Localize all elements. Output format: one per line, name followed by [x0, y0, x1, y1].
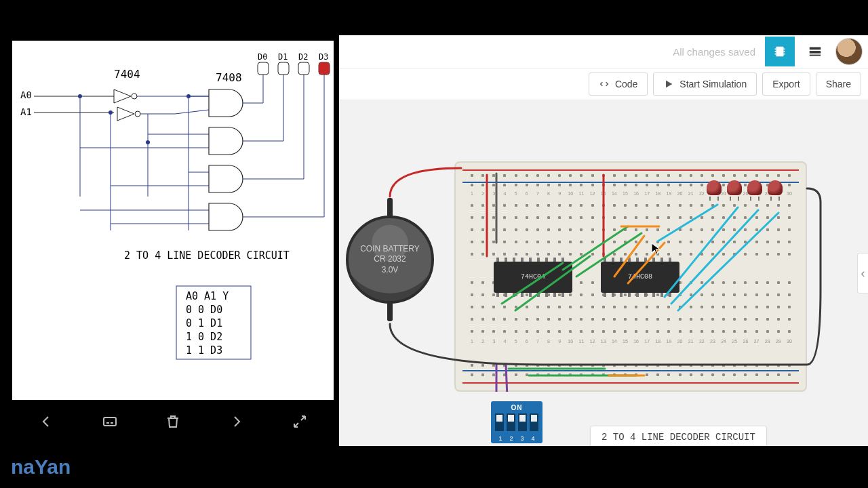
svg-rect-49 [104, 418, 116, 426]
label-7408: 7408 [216, 71, 242, 84]
app-frame: All changes saved Code Start Simulation … [339, 35, 868, 446]
svg-rect-40 [298, 62, 309, 75]
label-7404: 7404 [114, 68, 140, 81]
svg-line-19 [175, 110, 209, 114]
export-label: Export [772, 79, 800, 89]
led-d0[interactable] [707, 180, 722, 198]
coin-battery[interactable]: COIN BATTERY CR 2032 3.0V [346, 216, 434, 304]
svg-rect-41 [319, 62, 330, 75]
led-d2[interactable] [747, 180, 762, 198]
next-icon[interactable] [223, 408, 250, 435]
dip-on-label: ON [491, 404, 542, 411]
user-avatar[interactable] [835, 38, 863, 65]
schematic-diagram: 7404 7408 A0 A1 [12, 41, 334, 400]
svg-text:A0 A1  Y: A0 A1 Y [186, 290, 229, 302]
svg-text:0  1   D1: 0 1 D1 [186, 317, 222, 329]
svg-point-7 [135, 111, 140, 117]
design-canvas[interactable]: COIN BATTERY CR 2032 3.0V 123 [339, 100, 868, 446]
svg-point-13 [108, 110, 113, 115]
letterbox-top [0, 0, 868, 35]
battery-label-1: COIN BATTERY [360, 244, 420, 255]
svg-rect-50 [776, 47, 784, 57]
components-view-button[interactable] [765, 37, 795, 66]
start-simulation-button[interactable]: Start Simulation [653, 73, 757, 96]
svg-rect-59 [810, 55, 821, 56]
code-button[interactable]: Code [589, 73, 648, 96]
inverter-gate-1 [114, 89, 137, 103]
export-button[interactable]: Export [762, 73, 810, 96]
led-d1[interactable] [727, 180, 742, 198]
share-button[interactable]: Share [816, 73, 861, 96]
save-status: All changes saved [673, 46, 755, 58]
svg-rect-38 [258, 62, 269, 75]
battery-label-2: CR 2032 [374, 254, 406, 265]
sim-label: Start Simulation [679, 79, 747, 89]
svg-text:A0: A0 [20, 89, 32, 100]
expand-icon[interactable] [286, 408, 313, 435]
led-d3[interactable] [768, 180, 783, 198]
code-label: Code [615, 79, 637, 89]
reference-toolbar [12, 401, 334, 442]
svg-text:1  0   D2: 1 0 D2 [186, 331, 222, 343]
design-title-bubble[interactable]: 2 TO 4 LINE DECODER CIRCUIT [590, 426, 767, 446]
cursor-icon [651, 243, 660, 255]
list-view-button[interactable] [800, 37, 830, 66]
breadboard-group[interactable]: 1234567891011121314151617181920212223242… [454, 161, 807, 392]
trash-icon[interactable] [159, 408, 186, 435]
svg-text:1  1   D3: 1 1 D3 [186, 344, 222, 357]
svg-rect-57 [810, 47, 821, 50]
svg-rect-58 [810, 51, 821, 54]
ic-74hc08[interactable]: 74HC08 [601, 262, 679, 293]
svg-text:2 TO 4 LINE DECODER CIRCUIT: 2 TO 4 LINE DECODER CIRCUIT [124, 249, 290, 262]
battery-label-3: 3.0V [382, 265, 399, 276]
svg-point-15 [146, 140, 150, 144]
prev-icon[interactable] [33, 408, 60, 435]
svg-marker-6 [117, 107, 134, 121]
components-drawer-handle[interactable]: ‹ [857, 253, 868, 293]
svg-text:A1: A1 [20, 106, 32, 117]
svg-text:D1: D1 [278, 52, 288, 62]
svg-rect-39 [278, 62, 289, 75]
action-toolbar: Code Start Simulation Export Share [339, 68, 868, 100]
svg-point-5 [132, 94, 137, 99]
svg-text:D0: D0 [258, 52, 267, 62]
ic-74hc04[interactable]: 74HC04 [494, 262, 572, 293]
svg-text:D3: D3 [319, 52, 328, 62]
svg-marker-4 [114, 89, 131, 103]
letterbox-bottom [0, 446, 868, 488]
app-header: All changes saved [339, 35, 868, 68]
reference-panel: 7404 7408 A0 A1 [7, 35, 339, 446]
watermark: naYan [11, 455, 71, 479]
svg-text:D2: D2 [298, 52, 308, 62]
svg-point-12 [78, 94, 82, 98]
svg-text:0  0   D0: 0 0 D0 [186, 304, 222, 316]
share-label: Share [826, 79, 851, 89]
caption-icon[interactable] [96, 408, 123, 435]
inverter-gate-2 [117, 107, 140, 121]
dip-switch[interactable]: ON 1 2 3 4 [491, 401, 542, 443]
